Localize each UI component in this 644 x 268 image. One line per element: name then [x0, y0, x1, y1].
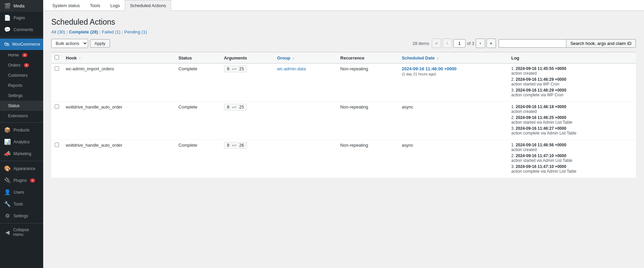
- users-icon: 👤: [4, 189, 11, 195]
- page-of: of 3: [467, 41, 474, 46]
- sidebar-item-marketing[interactable]: 📣 Marketing: [0, 148, 43, 160]
- orders-badge: 8: [24, 63, 29, 67]
- row-recurrence: Non-repeating: [337, 64, 398, 102]
- page-number-input[interactable]: [453, 39, 466, 48]
- row-arguments: 0 => 25: [221, 102, 274, 140]
- col-status: Status: [175, 52, 221, 64]
- filter-all-count: (30): [57, 29, 65, 34]
- row-group: [274, 140, 337, 178]
- sidebar-item-reports[interactable]: Reports: [0, 80, 43, 91]
- sidebar-separator-3: [0, 161, 43, 161]
- tab-tools[interactable]: Tools: [85, 0, 105, 11]
- sidebar-item-pages[interactable]: 📄 Pages: [0, 12, 43, 24]
- col-recurrence: Recurrence: [337, 52, 398, 64]
- sidebar-item-plugins[interactable]: 🔌 Plugins 1: [0, 174, 43, 186]
- col-arguments: Arguments: [221, 52, 274, 64]
- table-body: wc-admin_import_orders Complete 0 => 25 …: [51, 64, 636, 178]
- tab-logs[interactable]: Logs: [105, 0, 125, 11]
- sidebar-item-media[interactable]: 🎬 Media: [0, 0, 43, 12]
- appearance-icon: 🎨: [4, 165, 11, 172]
- row-checkbox[interactable]: [55, 143, 59, 147]
- sidebar-item-extensions[interactable]: Extensions: [0, 111, 43, 121]
- sidebar-item-settings2[interactable]: ⚙ Settings: [0, 210, 43, 222]
- row-hook: woltdrive_handle_auto_order: [62, 140, 175, 178]
- log-entry: 2. 2024-09-16 11:47:10 +0000 action star…: [511, 153, 633, 163]
- items-count: 28 items: [413, 41, 429, 46]
- col-scheduled-date[interactable]: Scheduled Date ↕: [398, 52, 508, 64]
- pages-icon: 📄: [4, 15, 11, 21]
- pagination-next[interactable]: ›: [476, 39, 485, 48]
- col-group[interactable]: Group ↕: [274, 52, 337, 64]
- filter-complete[interactable]: Complete (28): [69, 29, 98, 34]
- filter-bar: All (30) | Complete (28) | Failed (1) | …: [51, 29, 636, 34]
- pagination-prev[interactable]: ‹: [443, 39, 452, 48]
- search-area: Search hook, args and claim ID: [499, 39, 636, 48]
- sidebar-separator-2: [0, 122, 43, 123]
- tab-scheduled-actions[interactable]: Scheduled Actions: [125, 0, 171, 11]
- sidebar-item-settings[interactable]: Settings: [0, 91, 43, 101]
- toolbar-left: Bulk actions Apply: [51, 39, 110, 48]
- sidebar-item-orders[interactable]: Orders 8: [0, 60, 43, 70]
- sidebar-item-users[interactable]: 👤 Users: [0, 186, 43, 198]
- log-entry: 3. 2024-09-16 11:46:27 +0000 action comp…: [511, 126, 633, 136]
- apply-button[interactable]: Apply: [90, 39, 110, 48]
- row-checkbox[interactable]: [55, 66, 59, 71]
- group-link[interactable]: wc-admin-data: [277, 66, 306, 71]
- sidebar-item-woocommerce[interactable]: 🛍 WooCommerce: [0, 39, 43, 50]
- table-row: woltdrive_handle_auto_order Complete 0 =…: [51, 140, 636, 178]
- col-log: Log: [508, 52, 636, 64]
- filter-failed[interactable]: Failed (1): [102, 29, 120, 34]
- sidebar-item-tools[interactable]: 🔧 Tools: [0, 198, 43, 210]
- comments-icon: 💬: [4, 26, 11, 33]
- pagination: « ‹ of 3 › »: [432, 39, 496, 48]
- row-scheduled-date: async: [398, 102, 508, 140]
- sidebar-item-collapse[interactable]: ◀ Collapse menu: [0, 225, 43, 240]
- table-header-row: Hook ↑ Status Arguments Group ↕ Recurren…: [51, 52, 636, 64]
- filter-pending[interactable]: Pending (1): [124, 29, 147, 34]
- row-checkbox[interactable]: [55, 104, 59, 109]
- log-entry: 2. 2024-09-16 11:46:29 +0000 action star…: [511, 77, 633, 87]
- table-row: woltdrive_handle_auto_order Complete 0 =…: [51, 102, 636, 140]
- row-hook: wc-admin_import_orders: [62, 64, 175, 102]
- collapse-icon: ◀: [4, 229, 10, 236]
- row-scheduled-date: async: [398, 140, 508, 178]
- col-hook[interactable]: Hook ↑: [62, 52, 175, 64]
- log-entry: 1. 2024-09-16 11:45:55 +0000 action crea…: [511, 66, 633, 76]
- page-content: Scheduled Actions All (30) | Complete (2…: [43, 11, 644, 268]
- sidebar-item-home[interactable]: Home 4: [0, 50, 43, 60]
- tools-icon: 🔧: [4, 201, 11, 207]
- bulk-actions-select[interactable]: Bulk actions: [51, 39, 88, 48]
- sidebar-item-appearance[interactable]: 🎨 Appearance: [0, 163, 43, 174]
- media-icon: 🎬: [4, 3, 11, 9]
- page-title: Scheduled Actions: [51, 18, 636, 27]
- filter-all[interactable]: All (30): [51, 29, 65, 34]
- woocommerce-icon: 🛍: [4, 41, 9, 47]
- pagination-last[interactable]: »: [486, 39, 496, 48]
- log-entry: 2. 2024-09-16 11:46:25 +0000 action star…: [511, 115, 633, 125]
- sidebar-item-analytics[interactable]: 📊 Analytics: [0, 136, 43, 148]
- tab-system-status[interactable]: System status: [47, 0, 85, 11]
- search-button[interactable]: Search hook, args and claim ID: [566, 39, 636, 48]
- sidebar-item-status[interactable]: Status: [0, 101, 43, 111]
- sidebar-item-comments[interactable]: 💬 Comments: [0, 24, 43, 35]
- products-icon: 📦: [4, 127, 11, 133]
- analytics-icon: 📊: [4, 139, 11, 145]
- row-recurrence: Non-repeating: [337, 140, 398, 178]
- tabs-bar: System status Tools Logs Scheduled Actio…: [43, 0, 644, 11]
- search-input[interactable]: [499, 39, 566, 48]
- main-content: System status Tools Logs Scheduled Actio…: [43, 0, 644, 268]
- row-checkbox-cell: [51, 102, 62, 140]
- row-checkbox-cell: [51, 64, 62, 102]
- sidebar-separator: [0, 37, 43, 37]
- log-entry: 1. 2024-09-16 11:46:56 +0000 action crea…: [511, 143, 633, 152]
- sidebar-item-products[interactable]: 📦 Products: [0, 124, 43, 136]
- select-all-checkbox[interactable]: [55, 55, 59, 59]
- row-recurrence: Non-repeating: [337, 102, 398, 140]
- pagination-first[interactable]: «: [432, 39, 441, 48]
- log-entry: 3. 2024-09-16 11:46:29 +0000 action comp…: [511, 88, 633, 97]
- scheduled-actions-table: Hook ↑ Status Arguments Group ↕ Recurren…: [51, 52, 636, 178]
- row-status: Complete: [175, 140, 221, 178]
- select-all-col: [51, 52, 62, 64]
- plugins-badge: 1: [30, 178, 35, 182]
- sidebar-item-customers[interactable]: Customers: [0, 70, 43, 80]
